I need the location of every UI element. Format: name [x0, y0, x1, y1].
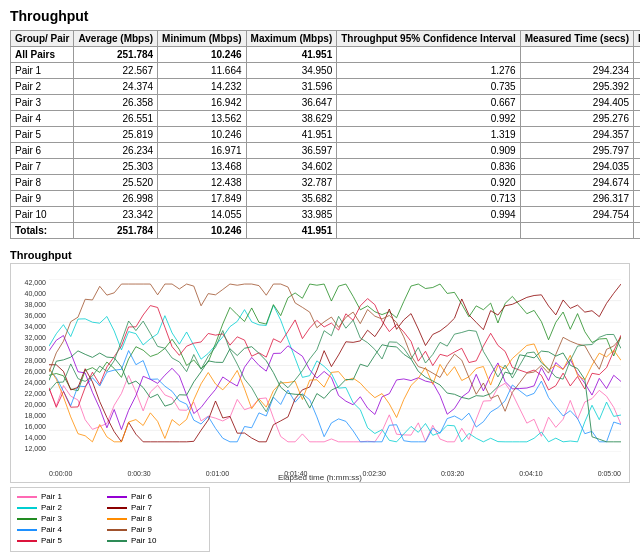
legend-color-swatch: [107, 507, 127, 509]
legend-color-swatch: [17, 540, 37, 542]
throughput-table: Group/ Pair Average (Mbps) Minimum (Mbps…: [10, 30, 640, 239]
cell-ci: 0.735: [337, 79, 520, 95]
chart-container: 12,00014,00016,00018,00020,00022,00024,0…: [10, 263, 630, 483]
cell-time: 294.357: [520, 127, 633, 143]
legend-label: Pair 3: [41, 514, 62, 523]
cell-avg: 25.520: [74, 175, 158, 191]
cell-rp: 3.735: [634, 111, 641, 127]
x-label: 0:04:10: [519, 470, 542, 477]
chart-svg: [49, 279, 621, 452]
x-label: 0:00:00: [49, 470, 72, 477]
cell-ci: [337, 223, 520, 239]
x-label: 0:01:00: [206, 470, 229, 477]
legend-item: Pair 1: [17, 492, 107, 501]
legend-color-swatch: [17, 507, 37, 509]
legend-item: Pair 2: [17, 503, 107, 512]
cell-time: 295.797: [520, 143, 633, 159]
y-label: 28,000: [25, 357, 46, 364]
y-label: 22,000: [25, 390, 46, 397]
table-row: Pair 1023.34214.05533.9850.994294.7544.2…: [11, 207, 641, 223]
y-label: 12,000: [25, 445, 46, 452]
legend-color-swatch: [107, 529, 127, 531]
cell-min: 14.232: [158, 79, 246, 95]
cell-max: 38.629: [246, 111, 337, 127]
cell-max: 33.985: [246, 207, 337, 223]
cell-max: 34.602: [246, 159, 337, 175]
table-row: Pair 725.30313.46834.6020.836294.0353.30…: [11, 159, 641, 175]
chart-title: Throughput: [10, 249, 630, 261]
legend-item: Pair 4: [17, 525, 107, 534]
legend-item: Pair 3: [17, 514, 107, 523]
legend-label: Pair 9: [131, 525, 152, 534]
chart-plot-area: [49, 279, 621, 452]
cell-time: 294.035: [520, 159, 633, 175]
cell-avg: 25.303: [74, 159, 158, 175]
cell-min: 17.849: [158, 191, 246, 207]
cell-pair: Pair 4: [11, 111, 74, 127]
cell-avg: 251.784: [74, 47, 158, 63]
cell-time: [520, 223, 633, 239]
page-title: Throughput: [10, 8, 630, 24]
cell-max: 41.951: [246, 223, 337, 239]
table-row: Pair 525.81910.24641.9511.319294.3575.10…: [11, 127, 641, 143]
x-label: 0:03:20: [441, 470, 464, 477]
legend-label: Pair 6: [131, 492, 152, 501]
cell-min: 13.468: [158, 159, 246, 175]
cell-rp: [634, 47, 641, 63]
cell-min: 16.942: [158, 95, 246, 111]
cell-pair: Pair 2: [11, 79, 74, 95]
cell-avg: 251.784: [74, 223, 158, 239]
cell-min: 10.246: [158, 127, 246, 143]
legend-label: Pair 5: [41, 536, 62, 545]
y-axis-labels: 12,00014,00016,00018,00020,00022,00024,0…: [11, 279, 49, 452]
cell-time: 294.674: [520, 175, 633, 191]
table-header-row: Group/ Pair Average (Mbps) Minimum (Mbps…: [11, 31, 641, 47]
cell-rp: 3.306: [634, 159, 641, 175]
chart-section: Throughput 12,00014,00016,00018,00020,00…: [10, 249, 630, 552]
y-label: 16,000: [25, 423, 46, 430]
legend-color-swatch: [107, 540, 127, 542]
cell-avg: 26.234: [74, 143, 158, 159]
cell-min: 11.664: [158, 63, 246, 79]
cell-ci: 1.319: [337, 127, 520, 143]
cell-min: 16.971: [158, 143, 246, 159]
y-label: 20,000: [25, 401, 46, 408]
cell-rp: 4.258: [634, 207, 641, 223]
legend-item: Pair 9: [107, 525, 197, 534]
legend-color-swatch: [17, 529, 37, 531]
table-row: Pair 122.56711.66434.9501.276294.2345.65…: [11, 63, 641, 79]
legend-item: Pair 7: [107, 503, 197, 512]
cell-min: 12.438: [158, 175, 246, 191]
cell-pair: Pair 5: [11, 127, 74, 143]
legend-color-swatch: [17, 518, 37, 520]
cell-ci: 0.994: [337, 207, 520, 223]
table-row: Pair 426.55113.56238.6290.992295.2763.73…: [11, 111, 641, 127]
cell-avg: 26.358: [74, 95, 158, 111]
legend-container: Pair 1Pair 6Pair 2Pair 7Pair 3Pair 8Pair…: [10, 487, 210, 552]
legend-label: Pair 8: [131, 514, 152, 523]
table-row: Pair 326.35816.94236.6470.667294.4052.53…: [11, 95, 641, 111]
cell-max: 36.647: [246, 95, 337, 111]
cell-ci: 0.992: [337, 111, 520, 127]
x-label: 0:00:30: [127, 470, 150, 477]
legend-label: Pair 4: [41, 525, 62, 534]
cell-rp: 5.654: [634, 63, 641, 79]
cell-min: 10.246: [158, 223, 246, 239]
table-row: Pair 825.52012.43832.7870.920294.6743.60…: [11, 175, 641, 191]
y-label: 38,000: [25, 301, 46, 308]
y-label: 18,000: [25, 412, 46, 419]
y-label: 30,000: [25, 345, 46, 352]
cell-time: [520, 47, 633, 63]
cell-ci: [337, 47, 520, 63]
col-header-pair: Group/ Pair: [11, 31, 74, 47]
cell-max: 36.597: [246, 143, 337, 159]
y-label: 40,000: [25, 290, 46, 297]
legend-item: Pair 6: [107, 492, 197, 501]
legend-color-swatch: [107, 518, 127, 520]
cell-avg: 26.998: [74, 191, 158, 207]
cell-avg: 26.551: [74, 111, 158, 127]
cell-rp: 5.107: [634, 127, 641, 143]
table-row: Totals:251.78410.24641.951: [11, 223, 641, 239]
cell-pair: Pair 6: [11, 143, 74, 159]
cell-min: 10.246: [158, 47, 246, 63]
